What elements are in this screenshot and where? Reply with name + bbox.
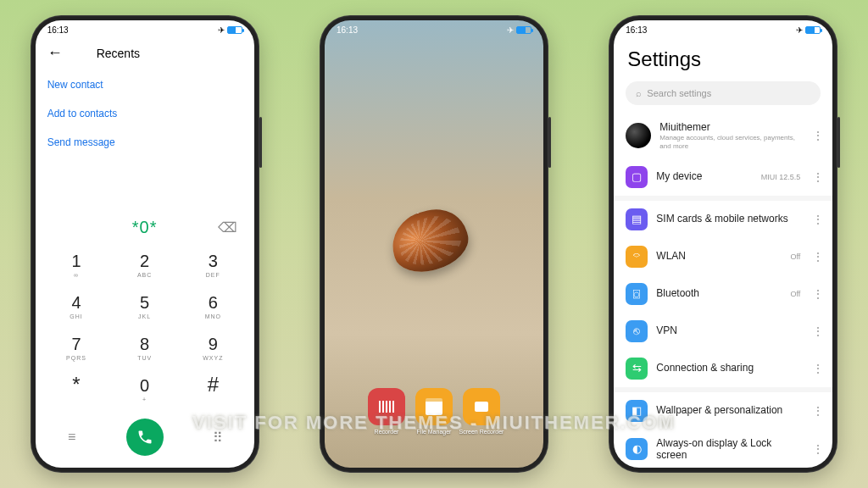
- airplane-icon: ✈: [796, 25, 803, 35]
- page-title: Recents: [97, 47, 140, 60]
- account-desc: Manage accounts, cloud services, payment…: [659, 134, 804, 150]
- settings-item-my-device[interactable]: ▢My deviceMIUI 12.5.5⋮: [614, 158, 832, 196]
- statusbar: 16:13 ✈: [325, 20, 543, 39]
- key-#[interactable]: #: [179, 369, 248, 410]
- avatar: [626, 123, 651, 148]
- settings-item-bluetooth[interactable]: ⌼BluetoothOff⋮: [614, 275, 832, 313]
- settings-item-wlan[interactable]: ⌔WLANOff⋮: [614, 238, 832, 275]
- app-dock: RecorderFile ManagerScreen Recorder: [368, 388, 500, 425]
- battery-icon: [805, 26, 821, 34]
- key-1[interactable]: 1∞: [42, 244, 111, 286]
- keypad: 1∞2ABC3DEF4GHI5JKL6MNO7PQRS8TUV9WXYZ*0+#: [36, 244, 254, 410]
- page-title: Settings: [614, 39, 832, 81]
- battery-icon: [227, 26, 242, 34]
- battery-icon: [516, 26, 531, 34]
- more-icon[interactable]: ⋮: [812, 213, 821, 226]
- search-placeholder: Search settings: [647, 88, 711, 98]
- dialpad-toggle[interactable]: ⠿: [199, 430, 236, 446]
- more-icon[interactable]: ⋮: [812, 129, 821, 142]
- settings-icon: ▤: [626, 208, 648, 230]
- phone-homescreen: 16:13 ✈ Mi RecorderFile ManagerScreen Re…: [320, 15, 548, 473]
- key-6[interactable]: 6MNO: [179, 286, 248, 327]
- status-time: 16:13: [47, 25, 69, 35]
- wallpaper-shell: [392, 211, 476, 279]
- more-icon[interactable]: ⋮: [812, 170, 821, 184]
- statusbar: 16:13 ✈: [36, 20, 254, 39]
- app-screen-recorder[interactable]: Screen Recorder: [463, 388, 500, 425]
- airplane-icon: ✈: [218, 25, 225, 35]
- airplane-icon: ✈: [507, 25, 514, 35]
- key-5[interactable]: 5JKL: [110, 286, 179, 327]
- phone-icon: [136, 429, 153, 446]
- link-new-contact[interactable]: New contact: [47, 70, 242, 99]
- status-time: 16:13: [626, 25, 647, 35]
- app-file-manager[interactable]: File Manager: [415, 388, 453, 425]
- back-button[interactable]: ←: [47, 44, 63, 62]
- settings-icon: ⌔: [626, 246, 648, 268]
- settings-item-vpn[interactable]: ⎋VPN⋮: [614, 313, 832, 350]
- more-icon[interactable]: ⋮: [812, 287, 821, 301]
- menu-button[interactable]: ≡: [53, 430, 91, 445]
- phone-dialer: 16:13 ✈ ← Recents New contact Add to con…: [31, 15, 259, 473]
- settings-item-connection-sharing[interactable]: ⇆Connection & sharing⋮: [614, 350, 832, 387]
- more-icon[interactable]: ⋮: [812, 362, 821, 375]
- more-icon[interactable]: ⋮: [812, 442, 821, 456]
- dialed-number: *0*: [132, 218, 158, 237]
- more-icon[interactable]: ⋮: [812, 250, 821, 263]
- link-add-contacts[interactable]: Add to contacts: [47, 99, 242, 128]
- key-2[interactable]: 2ABC: [110, 244, 179, 286]
- settings-icon: ▢: [626, 166, 648, 188]
- more-icon[interactable]: ⋮: [812, 404, 821, 418]
- account-name: Miuithemer: [659, 121, 804, 133]
- settings-item-sim-cards-mobile-networks[interactable]: ▤SIM cards & mobile networks⋮: [614, 196, 832, 238]
- status-time: 16:13: [337, 25, 358, 35]
- call-button[interactable]: [126, 419, 164, 456]
- key-3[interactable]: 3DEF: [179, 244, 248, 286]
- settings-icon: ⌼: [626, 283, 648, 305]
- settings-item-always-on-display-lock-screen[interactable]: ◐Always-on display & Lock screen⋮: [614, 430, 832, 468]
- search-input[interactable]: ⌕ Search settings: [626, 81, 821, 105]
- key-7[interactable]: 7PQRS: [42, 327, 111, 369]
- settings-icon: ◧: [626, 400, 648, 422]
- statusbar: 16:13 ✈: [614, 20, 832, 39]
- account-item[interactable]: Miuithemer Manage accounts, cloud servic…: [614, 114, 832, 158]
- key-0[interactable]: 0+: [110, 369, 179, 410]
- more-icon[interactable]: ⋮: [812, 324, 821, 338]
- key-9[interactable]: 9WXYZ: [179, 327, 248, 369]
- settings-icon: ◐: [626, 438, 648, 460]
- settings-icon: ⎋: [626, 320, 648, 342]
- key-8[interactable]: 8TUV: [110, 327, 179, 369]
- search-icon: ⌕: [636, 88, 642, 98]
- app-recorder[interactable]: Recorder: [368, 388, 405, 425]
- link-send-message[interactable]: Send message: [47, 128, 242, 157]
- key-*[interactable]: *: [42, 369, 111, 410]
- key-4[interactable]: 4GHI: [42, 286, 111, 327]
- phone-settings: 16:13 ✈ Settings ⌕ Search settings Miuit…: [609, 15, 837, 473]
- settings-icon: ⇆: [626, 358, 648, 380]
- backspace-button[interactable]: ⌫: [218, 219, 237, 236]
- settings-item-wallpaper-personalization[interactable]: ◧Wallpaper & personalization⋮: [614, 387, 832, 430]
